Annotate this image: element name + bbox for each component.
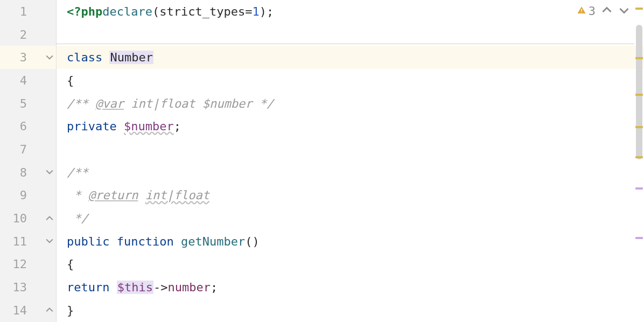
fold-close-icon[interactable] — [45, 214, 54, 223]
inspection-widget: 3 — [577, 3, 630, 19]
error-stripe-marker[interactable] — [635, 126, 643, 128]
error-stripe-marker[interactable] — [635, 8, 643, 10]
code-editor: 1 2 3 4 5 6 7 8 9 10 11 — [0, 0, 644, 322]
line-number[interactable]: 2 — [0, 23, 56, 46]
svg-rect-0 — [581, 9, 582, 11]
svg-rect-1 — [581, 12, 582, 13]
line-number[interactable]: 13 — [0, 276, 56, 299]
line-number[interactable]: 14 — [0, 299, 56, 322]
warning-count: 3 — [589, 4, 596, 18]
line-number[interactable]: 7 — [0, 138, 56, 161]
fold-close-icon[interactable] — [45, 306, 54, 314]
error-stripe-marker[interactable] — [635, 187, 643, 190]
code-line[interactable]: private $number; — [56, 115, 644, 138]
scrollbar-thumb[interactable] — [636, 25, 642, 159]
next-highlight-button[interactable] — [618, 3, 630, 19]
code-line[interactable] — [56, 138, 644, 161]
fold-open-icon[interactable] — [45, 237, 54, 246]
code-line[interactable]: } — [56, 299, 644, 322]
line-number[interactable]: 5 — [0, 92, 56, 115]
line-number[interactable]: 9 — [0, 184, 56, 207]
code-line[interactable]: */ — [56, 207, 644, 230]
vertical-scrollbar[interactable] — [634, 0, 644, 322]
fold-open-icon[interactable] — [45, 53, 54, 62]
line-number-gutter: 1 2 3 4 5 6 7 8 9 10 11 — [0, 0, 56, 322]
error-stripe-marker[interactable] — [635, 94, 643, 96]
class-separator-line — [56, 44, 634, 44]
code-content[interactable]: <?php declare(strict_types=1); class Num… — [56, 0, 644, 322]
code-line[interactable]: /** @var int|float $number */ — [56, 92, 644, 115]
warning-icon — [577, 4, 586, 18]
code-line[interactable]: { — [56, 69, 644, 92]
code-line[interactable]: { — [56, 253, 644, 276]
gutter-border — [56, 0, 57, 322]
line-number[interactable]: 1 — [0, 0, 56, 23]
code-line[interactable]: public function getNumber() — [56, 230, 644, 253]
error-stripe-marker[interactable] — [635, 156, 643, 158]
code-line[interactable]: * @return int|float — [56, 184, 644, 207]
error-stripe-marker[interactable] — [635, 237, 643, 239]
line-number[interactable]: 10 — [0, 207, 56, 230]
code-line[interactable]: /** — [56, 161, 644, 184]
code-line[interactable]: <?php declare(strict_types=1); — [56, 0, 644, 23]
code-line[interactable]: return $this->number; — [56, 276, 644, 299]
code-line[interactable]: class Number — [56, 46, 644, 69]
line-number[interactable]: 3 — [0, 46, 56, 69]
code-line[interactable] — [56, 23, 644, 46]
line-number[interactable]: 11 — [0, 230, 56, 253]
prev-highlight-button[interactable] — [601, 3, 613, 19]
fold-open-icon[interactable] — [45, 168, 54, 177]
line-number[interactable]: 12 — [0, 253, 56, 276]
line-number[interactable]: 4 — [0, 69, 56, 92]
line-number[interactable]: 8 — [0, 161, 56, 184]
line-number[interactable]: 6 — [0, 115, 56, 138]
warning-badge[interactable]: 3 — [577, 4, 596, 18]
error-stripe-marker[interactable] — [635, 57, 643, 59]
